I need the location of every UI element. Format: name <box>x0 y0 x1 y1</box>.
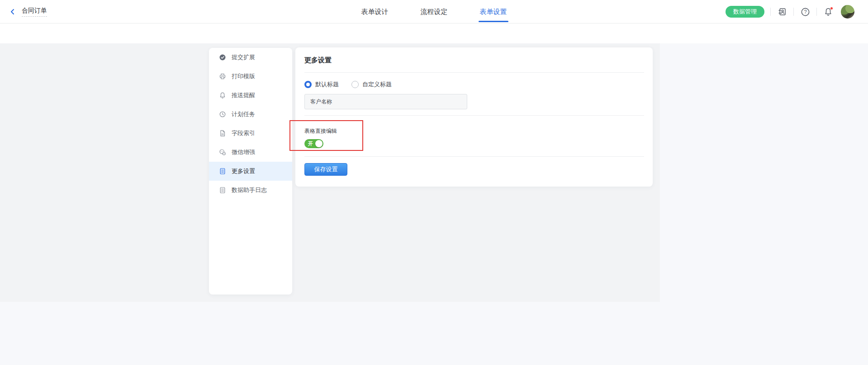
sidebar-item-scheduled-tasks[interactable]: 计划任务 <box>209 105 292 124</box>
notifications-button[interactable] <box>823 6 834 17</box>
data-manage-button[interactable]: 数据管理 <box>726 6 764 18</box>
top-bar: 合同订单 表单设计 流程设定 表单设置 数据管理 ? <box>0 0 868 23</box>
document-icon <box>219 130 226 137</box>
svg-text:?: ? <box>804 9 806 14</box>
header-right: 数据管理 ? <box>726 0 854 23</box>
sidebar-item-data-assistant-log[interactable]: 数据助手日志 <box>209 181 292 200</box>
save-settings-button[interactable]: 保存设置 <box>304 163 347 176</box>
bell-icon <box>219 92 226 99</box>
sidebar-item-push-reminder[interactable]: 推送提醒 <box>209 86 292 105</box>
panel-title: 更多设置 <box>304 56 644 65</box>
notification-dot <box>830 7 833 10</box>
address-book-icon <box>778 7 787 16</box>
divider <box>304 72 644 73</box>
divider <box>304 115 644 116</box>
settings-sidebar: 提交扩展 打印模版 推送提醒 计划任务 <box>209 48 292 295</box>
more-settings-panel: 更多设置 默认标题 自定义标题 表格直接编辑 开 保存设置 <box>295 47 653 187</box>
active-tab-underline <box>479 21 508 22</box>
table-edit-toggle[interactable]: 开 <box>304 139 323 148</box>
check-circle-icon <box>219 54 226 61</box>
sidebar-item-label: 打印模版 <box>232 72 255 80</box>
help-icon: ? <box>801 7 810 17</box>
list-icon <box>219 187 226 194</box>
address-book-button[interactable] <box>777 6 787 17</box>
sidebar-item-label: 微信增强 <box>232 148 255 156</box>
tab-form-design[interactable]: 表单设计 <box>361 0 389 23</box>
sidebar-item-print-template[interactable]: 打印模版 <box>209 67 292 86</box>
custom-title-label[interactable]: 自定义标题 <box>362 80 392 89</box>
toggle-knob <box>315 140 323 147</box>
clock-icon <box>219 111 226 118</box>
sidebar-item-submit-extension[interactable]: 提交扩展 <box>209 48 292 67</box>
sidebar-item-label: 数据助手日志 <box>232 186 267 194</box>
divider <box>304 156 644 157</box>
custom-title-radio[interactable] <box>351 81 359 88</box>
tab-form-settings[interactable]: 表单设置 <box>480 0 507 23</box>
sidebar-item-label: 更多设置 <box>232 167 255 175</box>
tab-flow-settings[interactable]: 流程设定 <box>421 0 448 23</box>
divider <box>770 8 771 16</box>
sidebar-item-field-index[interactable]: 字段索引 <box>209 124 292 143</box>
table-edit-label: 表格直接编辑 <box>304 127 644 135</box>
sidebar-item-wechat-enhance[interactable]: 微信增强 <box>209 143 292 162</box>
default-title-label[interactable]: 默认标题 <box>315 80 339 89</box>
sidebar-item-more-settings[interactable]: 更多设置 <box>209 162 292 181</box>
avatar[interactable] <box>841 5 854 19</box>
subheader-strip <box>0 23 868 43</box>
title-mode-row: 默认标题 自定义标题 <box>304 80 644 89</box>
sidebar-item-label: 推送提醒 <box>232 91 255 99</box>
tab-form-settings-label: 表单设置 <box>480 8 507 15</box>
wechat-icon <box>219 149 226 156</box>
divider <box>816 8 817 16</box>
sidebar-item-label: 计划任务 <box>232 110 255 118</box>
list-icon <box>219 168 226 175</box>
help-button[interactable]: ? <box>800 6 811 17</box>
divider <box>793 8 794 16</box>
sidebar-item-label: 字段索引 <box>232 129 255 137</box>
toggle-on-text: 开 <box>308 139 313 148</box>
default-title-radio[interactable] <box>304 81 312 88</box>
sidebar-item-label: 提交扩展 <box>232 53 255 61</box>
printer-icon <box>219 73 226 80</box>
title-field-input[interactable] <box>304 94 467 109</box>
